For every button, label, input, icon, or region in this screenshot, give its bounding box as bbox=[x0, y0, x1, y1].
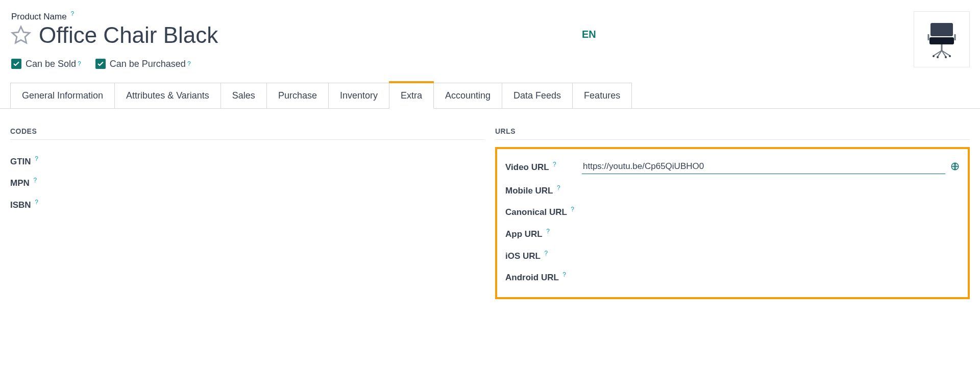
help-icon[interactable]: ? bbox=[70, 10, 74, 17]
language-badge[interactable]: EN bbox=[582, 29, 596, 40]
product-image[interactable] bbox=[914, 11, 970, 67]
canonical-url-label-text: Canonical URL bbox=[505, 207, 567, 217]
tab-attributes-variants[interactable]: Attributes & Variants bbox=[115, 83, 221, 108]
product-name-label: Product Name ? bbox=[10, 10, 970, 22]
mpn-label: MPN ? bbox=[10, 177, 87, 188]
tab-data-feeds[interactable]: Data Feeds bbox=[502, 83, 573, 108]
svg-point-9 bbox=[937, 56, 939, 58]
video-url-label: Video URL ? bbox=[505, 161, 582, 173]
help-icon[interactable]: ? bbox=[35, 199, 38, 206]
help-icon[interactable]: ? bbox=[553, 161, 556, 168]
product-name-label-text: Product Name bbox=[11, 12, 67, 21]
isbn-label-text: ISBN bbox=[10, 200, 31, 210]
svg-point-7 bbox=[933, 55, 935, 57]
tab-accounting[interactable]: Accounting bbox=[434, 83, 502, 108]
help-icon[interactable]: ? bbox=[544, 250, 548, 257]
app-url-label-text: App URL bbox=[505, 229, 542, 239]
tab-purchase[interactable]: Purchase bbox=[267, 83, 329, 108]
tab-general-information[interactable]: General Information bbox=[10, 83, 115, 108]
checkmark-icon bbox=[95, 59, 106, 69]
can-be-purchased-label: Can be Purchased bbox=[110, 59, 186, 69]
help-icon[interactable]: ? bbox=[35, 155, 38, 162]
mpn-label-text: MPN bbox=[10, 178, 30, 188]
help-icon[interactable]: ? bbox=[546, 228, 550, 235]
help-icon[interactable]: ? bbox=[557, 184, 560, 191]
isbn-label: ISBN ? bbox=[10, 199, 87, 210]
can-be-purchased-checkbox[interactable]: Can be Purchased ? bbox=[95, 59, 191, 69]
video-url-input[interactable] bbox=[582, 159, 945, 174]
section-title-urls: URLS bbox=[495, 127, 970, 140]
can-be-sold-label: Can be Sold bbox=[26, 59, 76, 69]
urls-highlight-box: Video URL ? bbox=[495, 147, 970, 299]
svg-point-10 bbox=[945, 56, 947, 58]
help-icon[interactable]: ? bbox=[34, 177, 37, 184]
video-url-label-text: Video URL bbox=[505, 162, 549, 172]
svg-rect-1 bbox=[929, 37, 954, 44]
android-url-label: Android URL ? bbox=[505, 271, 582, 283]
tab-features[interactable]: Features bbox=[573, 83, 632, 108]
gtin-label-text: GTIN bbox=[10, 156, 31, 166]
ios-url-label: iOS URL ? bbox=[505, 250, 582, 261]
app-url-label: App URL ? bbox=[505, 228, 582, 239]
checkmark-icon bbox=[11, 59, 21, 69]
canonical-url-label: Canonical URL ? bbox=[505, 206, 582, 217]
help-icon[interactable]: ? bbox=[571, 206, 574, 213]
mobile-url-label: Mobile URL ? bbox=[505, 184, 582, 196]
gtin-label: GTIN ? bbox=[10, 155, 87, 167]
tab-inventory[interactable]: Inventory bbox=[329, 83, 389, 108]
section-title-codes: CODES bbox=[10, 127, 485, 140]
can-be-sold-checkbox[interactable]: Can be Sold ? bbox=[11, 59, 81, 69]
tab-sales[interactable]: Sales bbox=[221, 83, 267, 108]
help-icon[interactable]: ? bbox=[78, 60, 81, 67]
ios-url-label-text: iOS URL bbox=[505, 251, 541, 260]
help-icon[interactable]: ? bbox=[187, 60, 191, 67]
android-url-label-text: Android URL bbox=[505, 273, 559, 282]
favorite-star-icon[interactable] bbox=[10, 25, 32, 46]
globe-icon[interactable] bbox=[950, 162, 960, 171]
svg-rect-0 bbox=[930, 23, 953, 36]
tab-bar: General Information Attributes & Variant… bbox=[0, 83, 980, 109]
tab-extra[interactable]: Extra bbox=[389, 83, 434, 109]
product-title[interactable]: Office Chair Black bbox=[39, 24, 218, 46]
mobile-url-label-text: Mobile URL bbox=[505, 185, 553, 195]
svg-point-8 bbox=[949, 55, 951, 57]
help-icon[interactable]: ? bbox=[562, 271, 566, 278]
